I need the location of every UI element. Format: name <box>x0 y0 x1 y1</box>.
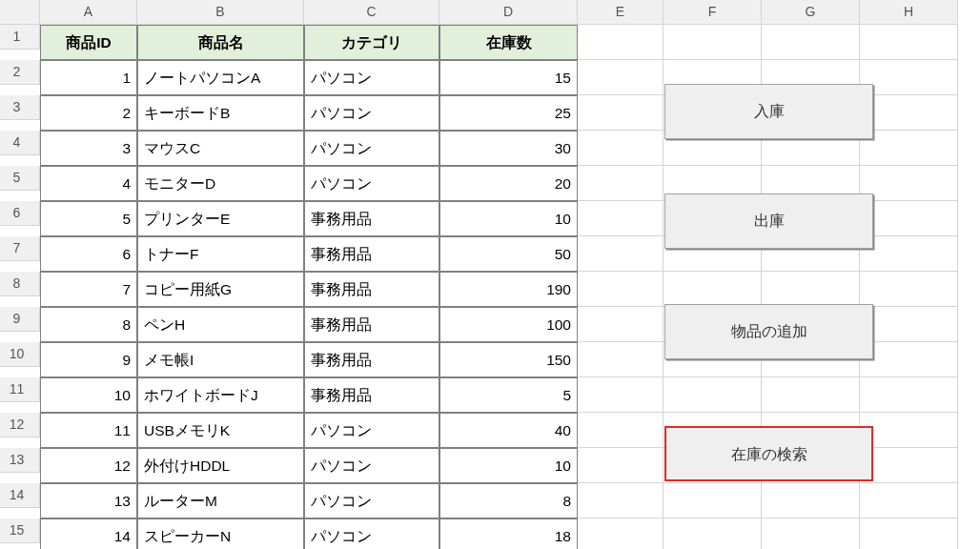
cell-blank[interactable] <box>762 518 860 549</box>
cell-blank[interactable] <box>860 25 958 60</box>
cell-stock[interactable]: 10 <box>439 201 578 236</box>
column-header-F[interactable]: F <box>664 0 762 25</box>
cell-category[interactable]: 事務用品 <box>304 307 439 342</box>
cell-id[interactable]: 3 <box>40 131 137 166</box>
cell-name[interactable]: コピー用紙G <box>137 272 304 307</box>
column-header-A[interactable]: A <box>40 0 137 25</box>
cell-category[interactable]: パソコン <box>304 166 439 201</box>
cell-id[interactable]: 9 <box>40 342 137 377</box>
cell-category[interactable]: パソコン <box>304 483 439 518</box>
cell-blank[interactable] <box>578 201 664 236</box>
cell-blank[interactable] <box>578 166 664 201</box>
cell-blank[interactable] <box>578 483 664 518</box>
cell-id[interactable]: 1 <box>40 60 137 95</box>
column-header-E[interactable]: E <box>578 0 664 25</box>
row-header-2[interactable]: 2 <box>0 60 40 85</box>
cell-id[interactable]: 13 <box>40 483 137 518</box>
cell-id[interactable]: 7 <box>40 272 137 307</box>
cell-name[interactable]: メモ帳I <box>137 342 304 377</box>
cell-blank[interactable] <box>578 518 664 549</box>
cell-category[interactable]: 事務用品 <box>304 236 439 272</box>
column-header-C[interactable]: C <box>304 0 439 25</box>
cell-category[interactable]: パソコン <box>304 518 439 549</box>
cell-id[interactable]: 10 <box>40 377 137 413</box>
cell-name[interactable]: キーボードB <box>137 95 304 131</box>
header-name[interactable]: 商品名 <box>137 25 304 60</box>
cell-id[interactable]: 6 <box>40 236 137 272</box>
row-header-14[interactable]: 14 <box>0 483 40 508</box>
row-header-9[interactable]: 9 <box>0 307 40 332</box>
cell-blank[interactable] <box>860 448 958 483</box>
cell-category[interactable]: パソコン <box>304 60 439 95</box>
cell-blank[interactable] <box>860 236 958 272</box>
cell-id[interactable]: 8 <box>40 307 137 342</box>
cell-name[interactable]: プリンターE <box>137 201 304 236</box>
cell-blank[interactable] <box>664 518 762 549</box>
cell-blank[interactable] <box>578 307 664 342</box>
cell-stock[interactable]: 15 <box>439 60 578 95</box>
cell-blank[interactable] <box>578 377 664 413</box>
cell-blank[interactable] <box>860 307 958 342</box>
row-header-15[interactable]: 15 <box>0 518 40 543</box>
cell-blank[interactable] <box>578 25 664 60</box>
cell-blank[interactable] <box>762 483 860 518</box>
cell-blank[interactable] <box>860 518 958 549</box>
cell-stock[interactable]: 150 <box>439 342 578 377</box>
cell-blank[interactable] <box>664 272 762 307</box>
cell-blank[interactable] <box>664 483 762 518</box>
row-header-13[interactable]: 13 <box>0 448 40 473</box>
cell-id[interactable]: 5 <box>40 201 137 236</box>
row-header-7[interactable]: 7 <box>0 236 40 261</box>
cell-blank[interactable] <box>762 25 860 60</box>
cell-blank[interactable] <box>860 166 958 201</box>
cell-name[interactable]: モニターD <box>137 166 304 201</box>
add-item-button[interactable]: 物品の追加 <box>664 304 873 359</box>
cell-stock[interactable]: 8 <box>439 483 578 518</box>
corner-cell[interactable] <box>0 0 40 25</box>
cell-name[interactable]: マウスC <box>137 131 304 166</box>
cell-stock[interactable]: 40 <box>439 413 578 448</box>
row-header-6[interactable]: 6 <box>0 201 40 226</box>
cell-category[interactable]: パソコン <box>304 413 439 448</box>
cell-stock[interactable]: 10 <box>439 448 578 483</box>
cell-stock[interactable]: 30 <box>439 131 578 166</box>
cell-blank[interactable] <box>578 448 664 483</box>
row-header-5[interactable]: 5 <box>0 166 40 191</box>
cell-category[interactable]: 事務用品 <box>304 272 439 307</box>
cell-blank[interactable] <box>860 60 958 95</box>
cell-category[interactable]: 事務用品 <box>304 342 439 377</box>
cell-blank[interactable] <box>578 236 664 272</box>
search-stock-button[interactable]: 在庫の検索 <box>664 426 873 481</box>
stock-in-button[interactable]: 入庫 <box>664 84 873 139</box>
cell-name[interactable]: 外付けHDDL <box>137 448 304 483</box>
cell-blank[interactable] <box>860 201 958 236</box>
column-header-B[interactable]: B <box>137 0 304 25</box>
cell-category[interactable]: 事務用品 <box>304 201 439 236</box>
cell-blank[interactable] <box>578 342 664 377</box>
cell-blank[interactable] <box>762 272 860 307</box>
row-header-4[interactable]: 4 <box>0 131 40 155</box>
cell-name[interactable]: トナーF <box>137 236 304 272</box>
cell-id[interactable]: 14 <box>40 518 137 549</box>
cell-id[interactable]: 4 <box>40 166 137 201</box>
cell-category[interactable]: パソコン <box>304 448 439 483</box>
header-category[interactable]: カテゴリ <box>304 25 439 60</box>
cell-blank[interactable] <box>664 377 762 413</box>
row-header-10[interactable]: 10 <box>0 342 40 367</box>
cell-blank[interactable] <box>578 272 664 307</box>
cell-name[interactable]: ノートパソコンA <box>137 60 304 95</box>
cell-category[interactable]: パソコン <box>304 131 439 166</box>
cell-stock[interactable]: 100 <box>439 307 578 342</box>
row-header-12[interactable]: 12 <box>0 413 40 437</box>
cell-stock[interactable]: 18 <box>439 518 578 549</box>
header-id[interactable]: 商品ID <box>40 25 137 60</box>
cell-blank[interactable] <box>860 131 958 166</box>
cell-blank[interactable] <box>578 413 664 448</box>
cell-name[interactable]: USBメモリK <box>137 413 304 448</box>
cell-blank[interactable] <box>664 25 762 60</box>
cell-blank[interactable] <box>578 60 664 95</box>
cell-blank[interactable] <box>762 377 860 413</box>
cell-stock[interactable]: 20 <box>439 166 578 201</box>
cell-id[interactable]: 12 <box>40 448 137 483</box>
cell-id[interactable]: 11 <box>40 413 137 448</box>
